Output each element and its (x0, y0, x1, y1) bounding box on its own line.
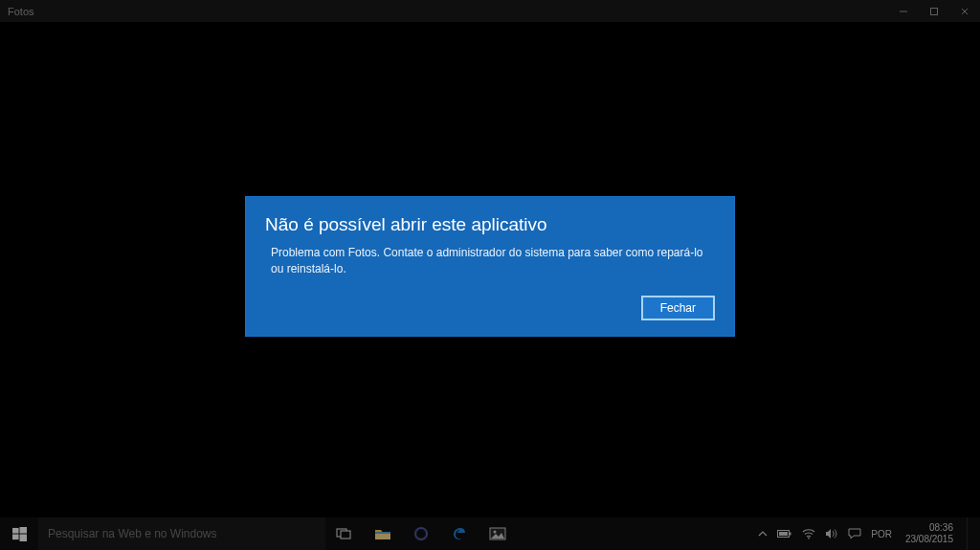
error-modal: Não é possível abrir este aplicativo Pro… (245, 196, 735, 337)
modal-title: Não é possível abrir este aplicativo (265, 214, 715, 235)
close-modal-button[interactable]: Fechar (641, 296, 715, 320)
modal-body: Problema com Fotos. Contate o administra… (265, 245, 715, 278)
modal-actions: Fechar (265, 296, 715, 320)
